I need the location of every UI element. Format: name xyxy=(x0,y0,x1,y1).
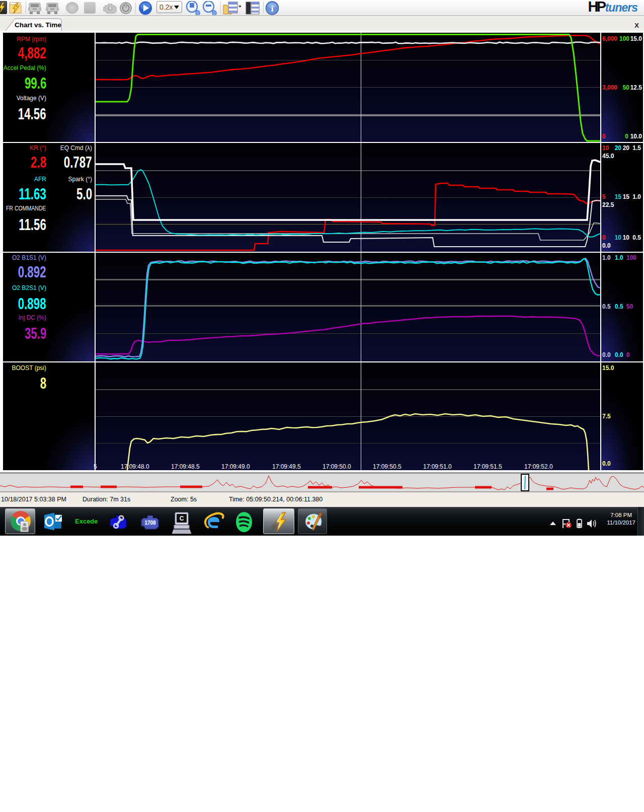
svg-text:i: i xyxy=(271,4,274,14)
svg-text:C: C xyxy=(180,515,184,522)
svg-text:1708: 1708 xyxy=(144,520,156,526)
